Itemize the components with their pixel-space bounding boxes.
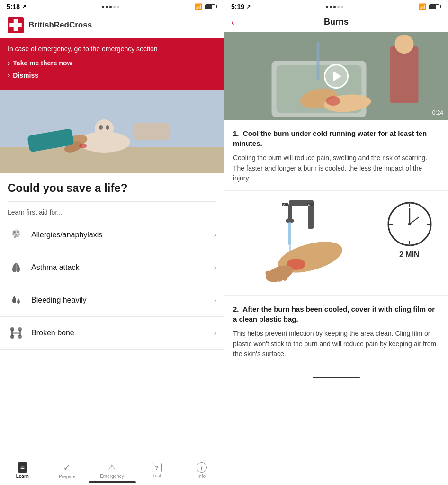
- svg-rect-29: [19, 330, 21, 336]
- illustration-block: C H: [224, 190, 448, 296]
- allergies-chevron: ›: [214, 231, 216, 239]
- step-2-num: 2.: [233, 305, 239, 313]
- time-left: 5:18: [7, 3, 20, 10]
- learn-section-header: Learn first aid for...: [0, 202, 224, 219]
- asthma-label: Asthma attack: [31, 263, 214, 272]
- svg-text:2 MIN: 2 MIN: [399, 251, 420, 259]
- svg-point-14: [79, 144, 87, 148]
- list-item-asthma[interactable]: Asthma attack ›: [0, 251, 224, 284]
- svg-point-19: [12, 234, 14, 235]
- asthma-chevron: ›: [214, 263, 216, 272]
- signal-dots-right: [326, 6, 343, 8]
- emergency-banner: In case of emergency, go to the emergenc…: [0, 38, 224, 90]
- nav-learn[interactable]: ≡ Learn: [0, 453, 45, 485]
- take-me-there-link[interactable]: › Take me there now: [8, 59, 216, 67]
- signal-dots: [102, 6, 119, 8]
- take-me-label: Take me there now: [13, 59, 72, 67]
- step-1-num: 1.: [233, 129, 239, 137]
- banner-message: In case of emergency, go to the emergenc…: [8, 45, 216, 54]
- svg-rect-2: [9, 23, 22, 27]
- status-bar-left: 5:18 ↗ 📶: [0, 0, 224, 12]
- list-item-bleeding[interactable]: Bleeding heavily ›: [0, 284, 224, 317]
- svg-point-21: [14, 235, 17, 238]
- learn-label: Learn first aid for...: [8, 208, 216, 216]
- could-save-section: Could you save a life?: [0, 173, 224, 201]
- learn-list: Allergies/anaphylaxis › Asthma attack ›: [0, 219, 224, 485]
- dismiss-label: Dismiss: [13, 72, 38, 79]
- step-2-body: This helps prevent infection by keeping …: [233, 329, 439, 359]
- emergency-icon: ⚠: [108, 462, 116, 473]
- step-2-title: 2. After the burn has been cooled, cover…: [233, 304, 439, 324]
- step-1-body: Cooling the burn will reduce pain, swell…: [233, 153, 439, 184]
- list-item-broken-bone[interactable]: Broken bone ›: [0, 317, 224, 350]
- svg-point-17: [17, 230, 19, 233]
- right-header: ‹ Burns: [224, 12, 448, 32]
- video-container[interactable]: 0:24: [224, 32, 448, 120]
- nav-info[interactable]: i Info: [179, 453, 224, 485]
- asthma-icon: [8, 259, 25, 276]
- prepare-nav-label: Prepare: [59, 474, 76, 479]
- logo-text: BritishRedCross: [28, 20, 92, 30]
- chevron-take-icon: ›: [8, 59, 10, 67]
- svg-text:H: H: [308, 204, 310, 207]
- svg-rect-35: [317, 42, 320, 80]
- nav-prepare[interactable]: ✓ Prepare: [45, 453, 90, 485]
- right-panel: 5:19 ↗ 📶 ‹ Burns: [224, 0, 448, 485]
- test-icon: ?: [152, 463, 162, 472]
- svg-point-20: [18, 234, 20, 235]
- home-bar-right: [313, 377, 360, 378]
- allergies-label: Allergies/anaphylaxis: [31, 231, 214, 239]
- svg-point-67: [408, 223, 411, 225]
- faucet-illustration: C H: [234, 196, 438, 290]
- nav-emergency[interactable]: ⚠ Emergency: [90, 453, 134, 485]
- bleeding-label: Bleeding heavily: [31, 296, 214, 305]
- svg-point-22: [17, 235, 19, 237]
- bleeding-icon: [8, 292, 25, 309]
- svg-rect-26: [11, 330, 13, 336]
- step-2-title-text: After the burn has been cooled, cover it…: [233, 305, 435, 323]
- battery-left: [205, 4, 217, 9]
- bottom-spacer: [224, 366, 448, 380]
- learn-icon: ≡: [20, 463, 25, 471]
- broken-bone-chevron: ›: [214, 329, 216, 337]
- could-save-title: Could you save a life?: [8, 181, 216, 195]
- learn-nav-label: Learn: [16, 474, 29, 479]
- content-area: 1. Cool the burn under cold running wate…: [224, 120, 448, 485]
- svg-rect-13: [133, 123, 170, 140]
- location-icon-right: ↗: [246, 4, 251, 10]
- step-1-title-text: Cool the burn under cold running water f…: [233, 129, 427, 147]
- location-icon-left: ↗: [22, 4, 26, 10]
- video-duration: 0:24: [432, 109, 443, 116]
- chevron-dismiss-icon: ›: [8, 71, 10, 80]
- play-icon: [333, 71, 341, 81]
- home-bar-left: [89, 481, 136, 483]
- info-nav-label: Info: [197, 474, 206, 479]
- learn-icon-container: ≡: [18, 462, 27, 473]
- svg-rect-39: [390, 46, 419, 103]
- bleeding-chevron: ›: [214, 296, 216, 305]
- broken-bone-label: Broken bone: [31, 329, 214, 337]
- svg-point-16: [13, 231, 16, 234]
- status-bar-right: 5:19 ↗ 📶: [224, 0, 448, 12]
- back-button[interactable]: ‹: [231, 17, 234, 27]
- dismiss-link[interactable]: › Dismiss: [8, 71, 216, 80]
- app-header: BritishRedCross: [0, 12, 224, 38]
- left-panel: 5:18 ↗ 📶 BritishRedCross In case of emer…: [0, 0, 224, 485]
- step-1-block: 1. Cool the burn under cold running wate…: [224, 120, 448, 190]
- hero-image: [0, 90, 224, 173]
- svg-rect-23: [16, 263, 17, 271]
- red-cross-logo: [8, 17, 24, 33]
- svg-rect-50: [288, 222, 291, 245]
- svg-point-8: [106, 125, 109, 130]
- play-button[interactable]: [324, 64, 349, 89]
- nav-test[interactable]: ? Test: [134, 453, 179, 485]
- svg-point-18: [15, 234, 17, 236]
- prepare-icon: ✓: [63, 462, 71, 473]
- emergency-nav-label: Emergency: [100, 474, 124, 479]
- list-item-allergies[interactable]: Allergies/anaphylaxis ›: [0, 219, 224, 251]
- mannequin-scene: [0, 90, 224, 173]
- page-title: Burns: [324, 17, 349, 27]
- svg-point-38: [326, 96, 340, 106]
- wifi-icon-right: 📶: [419, 3, 426, 10]
- bottom-nav: ≡ Learn ✓ Prepare ⚠ Emergency ? Test i I…: [0, 453, 224, 485]
